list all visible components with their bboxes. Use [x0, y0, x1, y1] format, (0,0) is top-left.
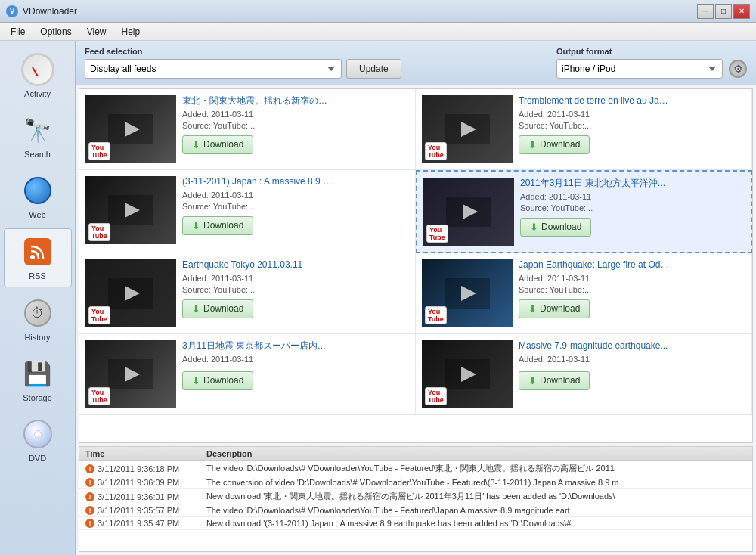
download-icon: ⬇ [530, 222, 538, 233]
settings-icon[interactable]: ⚙ [729, 60, 747, 78]
video-info: Earthquake Tokyo 2011.03.11 Added: 2011-… [182, 259, 409, 327]
video-thumbnail: YouTube [422, 340, 513, 408]
storage-icon: 💾 [21, 357, 54, 390]
feed-section: Feed selection Display all feeds Update [85, 47, 401, 79]
history-icon: ⏱ [21, 296, 54, 330]
video-added: Added: 2011-03-11 [520, 192, 745, 201]
main-layout: Activity 🔭 Search Web [0, 41, 756, 555]
log-area: Time Description ! 3/11/2011 9:36:18 PM … [79, 446, 753, 552]
download-button[interactable]: ⬇ Download [182, 216, 253, 235]
download-button[interactable]: ⬇ Download [519, 299, 590, 318]
download-button[interactable]: ⬇ Download [182, 299, 253, 318]
log-description: New download '東北・関東大地震。揺れる新宿の高層ビル 2011年3… [200, 489, 752, 504]
sidebar: Activity 🔭 Search Web [0, 41, 76, 555]
log-row: ! 3/11/2011 9:36:09 PM The conversion of… [79, 476, 752, 489]
sidebar-item-storage[interactable]: 💾 Storage [4, 351, 72, 408]
video-thumbnail: YouTube [85, 340, 176, 408]
video-info: Massive 7.9-magnitude earthquake... Adde… [519, 340, 745, 408]
video-item-4[interactable]: YouTube 2011年3月11日 東北地方太平洋沖... Added: 20… [416, 170, 752, 253]
video-added: Added: 2011-03-11 [519, 274, 745, 283]
video-item-2[interactable]: YouTube Tremblement de terre en live au … [416, 89, 752, 170]
sidebar-label-storage: Storage [23, 393, 52, 402]
download-button[interactable]: ⬇ Download [519, 135, 590, 154]
log-time: ! 3/11/2011 9:35:57 PM [79, 504, 200, 516]
video-item-8[interactable]: YouTube Massive 7.9-magnitude earthquake… [416, 334, 752, 415]
log-col-time: Time [79, 447, 200, 460]
video-item-7[interactable]: YouTube 3月11日地震 東京都スーパー店内... Added: 2011… [79, 334, 416, 415]
video-item-5[interactable]: YouTube Earthquake Tokyo 2011.03.11 Adde… [79, 253, 416, 334]
video-title[interactable]: Tremblement de terre en live au Jap... [519, 95, 670, 107]
video-info: Japan Earthquake: Large fire at Odai... … [519, 259, 745, 327]
download-icon: ⬇ [528, 303, 537, 315]
output-section: Output format iPhone / iPod ⚙ [556, 47, 747, 79]
youtube-badge: YouTube [426, 225, 448, 243]
window-controls: ─ □ ✕ [697, 4, 750, 19]
video-item-1[interactable]: YouTube 東北・関東大地震。揺れる新宿の高... Added: 2011-… [79, 89, 416, 170]
sidebar-item-rss[interactable]: RSS [4, 228, 72, 287]
sidebar-item-activity[interactable]: Activity [4, 47, 72, 104]
video-item-6[interactable]: YouTube Japan Earthquake: Large fire at … [416, 253, 752, 334]
menubar: File Options View Help [0, 23, 756, 41]
video-title[interactable]: 3月11日地震 東京都スーパー店内... [182, 340, 333, 352]
menu-help[interactable]: Help [114, 25, 148, 39]
log-description: New download '(3-11-2011) Japan : A mass… [200, 517, 752, 529]
download-button[interactable]: ⬇ Download [520, 218, 591, 237]
youtube-badge: YouTube [88, 306, 110, 324]
sidebar-item-dvd[interactable]: DVD [4, 411, 72, 469]
titlebar-title: VDownloader [23, 6, 697, 17]
video-title[interactable]: Massive 7.9-magnitude earthquake... [519, 340, 670, 352]
minimize-button[interactable]: ─ [697, 4, 714, 19]
menu-file[interactable]: File [3, 25, 33, 39]
video-added: Added: 2011-03-11 [519, 110, 745, 119]
log-status-icon: ! [85, 506, 94, 515]
log-description: The video 'D:\Downloads\# VDownloader\Yo… [200, 504, 752, 516]
menu-view[interactable]: View [79, 25, 114, 39]
download-icon: ⬇ [192, 303, 200, 315]
rss-icon [21, 235, 54, 268]
search-icon: 🔭 [21, 113, 54, 147]
menu-options[interactable]: Options [33, 25, 79, 39]
download-button[interactable]: ⬇ Download [519, 371, 590, 390]
video-source: Source: YouTube:... [520, 203, 745, 212]
video-thumbnail: YouTube [422, 259, 513, 327]
maximize-button[interactable]: □ [715, 4, 732, 19]
video-title[interactable]: Earthquake Tokyo 2011.03.11 [182, 259, 333, 271]
video-added: Added: 2011-03-11 [519, 355, 745, 364]
video-thumbnail: YouTube [422, 95, 513, 163]
log-col-desc: Description [200, 447, 752, 460]
web-icon [21, 174, 54, 207]
download-button[interactable]: ⬇ Download [182, 135, 253, 154]
video-added: Added: 2011-03-11 [182, 191, 409, 200]
log-time: ! 3/11/2011 9:36:18 PM [79, 461, 200, 476]
log-time: ! 3/11/2011 9:35:47 PM [79, 517, 200, 529]
video-item-3[interactable]: YouTube (3-11-2011) Japan : A massive 8.… [79, 170, 416, 253]
download-button[interactable]: ⬇ Download [182, 371, 253, 390]
output-label: Output format [556, 47, 747, 56]
output-dropdown[interactable]: iPhone / iPod [556, 59, 723, 79]
feed-label: Feed selection [85, 47, 401, 56]
sidebar-item-history[interactable]: ⏱ History [4, 290, 72, 348]
sidebar-item-web[interactable]: Web [4, 168, 72, 225]
feed-controls: Display all feeds Update [85, 59, 401, 79]
video-source: Source: YouTube:... [182, 202, 409, 211]
update-button[interactable]: Update [346, 59, 401, 79]
youtube-badge: YouTube [88, 223, 110, 241]
feed-dropdown[interactable]: Display all feeds [85, 59, 342, 79]
video-title[interactable]: Japan Earthquake: Large fire at Odai... [519, 259, 670, 271]
sidebar-label-history: History [24, 333, 50, 342]
video-title[interactable]: (3-11-2011) Japan : A massive 8.9 m... [182, 176, 333, 188]
sidebar-item-search[interactable]: 🔭 Search [4, 107, 72, 165]
log-row: ! 3/11/2011 9:35:57 PM The video 'D:\Dow… [79, 504, 752, 517]
close-button[interactable]: ✕ [733, 4, 750, 19]
video-source: Source: YouTube:... [182, 285, 409, 294]
sidebar-label-activity: Activity [24, 89, 51, 98]
download-icon: ⬇ [528, 375, 537, 386]
video-title[interactable]: 東北・関東大地震。揺れる新宿の高... [182, 95, 333, 107]
log-row: ! 3/11/2011 9:36:18 PM The video 'D:\Dow… [79, 461, 752, 476]
svg-point-0 [30, 255, 35, 259]
video-title[interactable]: 2011年3月11日 東北地方太平洋沖... [520, 178, 671, 190]
activity-icon [21, 53, 54, 86]
download-icon: ⬇ [528, 139, 537, 150]
sidebar-label-search: Search [24, 150, 51, 159]
log-status-icon: ! [85, 478, 94, 487]
